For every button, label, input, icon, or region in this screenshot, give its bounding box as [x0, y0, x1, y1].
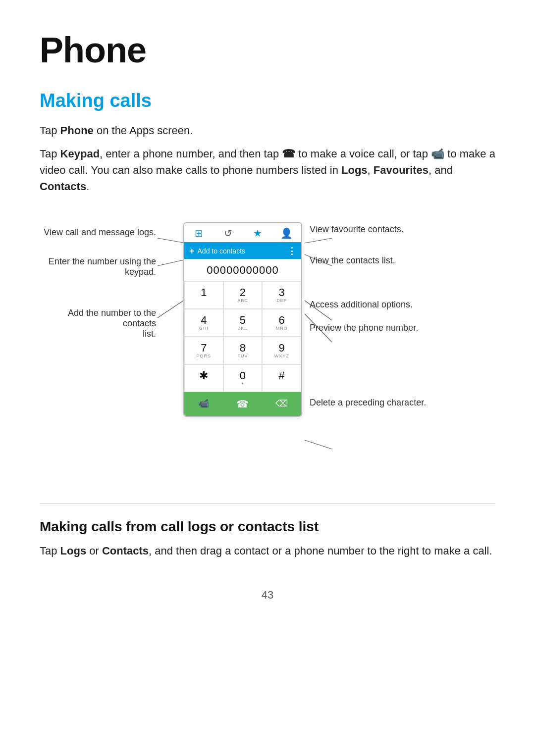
key-star[interactable]: ✱	[184, 364, 223, 392]
phone-mockup: ⊞ ↺ ★ 👤 + Add to contacts ⋮ 00000000000 …	[183, 222, 302, 417]
para-from-logs: Tap Logs or Contacts, and then drag a co…	[40, 543, 495, 559]
add-contacts-label: Add to contacts	[198, 247, 246, 255]
para-1: Tap Phone on the Apps screen.	[40, 122, 495, 139]
key-3[interactable]: 3DEF	[262, 281, 301, 309]
diagram-area: View call and message logs. Enter the nu…	[40, 212, 495, 480]
label-preview-number: Preview the phone number.	[310, 323, 493, 333]
options-dots[interactable]: ⋮	[287, 246, 296, 256]
add-contacts-bar[interactable]: + Add to contacts ⋮	[184, 243, 301, 259]
page-title: Phone	[40, 30, 495, 70]
delete-button[interactable]: ⌫	[262, 392, 301, 416]
label-delete-char: Delete a preceding character.	[310, 398, 493, 408]
label-add-contacts: Add the number to the contactslist.	[40, 308, 156, 339]
svg-line-0	[158, 238, 186, 243]
video-call-button[interactable]: 📹	[184, 392, 223, 416]
label-additional-options: Access additional options.	[310, 300, 493, 310]
number-display: 00000000000	[184, 259, 301, 281]
tab-contacts[interactable]: 👤	[272, 223, 301, 242]
key-7[interactable]: 7PQRS	[184, 337, 223, 364]
label-view-logs: View call and message logs.	[40, 227, 156, 238]
subsection-title-from-logs: Making calls from call logs or contacts …	[40, 519, 495, 535]
key-6[interactable]: 6MNO	[262, 309, 301, 337]
plus-icon: +	[189, 246, 195, 256]
key-8[interactable]: 8TUV	[223, 337, 263, 364]
key-2[interactable]: 2ABC	[223, 281, 263, 309]
label-enter-number: Enter the number using thekeypad.	[40, 256, 156, 277]
tab-logs[interactable]: ↺	[214, 223, 243, 242]
tab-bar: ⊞ ↺ ★ 👤	[184, 223, 301, 243]
voice-call-button[interactable]: ☎	[223, 392, 263, 416]
action-row: 📹 ☎ ⌫	[184, 392, 301, 416]
key-hash[interactable]: #	[262, 364, 301, 392]
bold-phone: Phone	[60, 124, 94, 137]
tab-favourites[interactable]: ★	[243, 223, 272, 242]
key-0[interactable]: 0+	[223, 364, 263, 392]
label-view-favourites: View favourite contacts.	[310, 224, 493, 235]
key-9[interactable]: 9WXYZ	[262, 337, 301, 364]
tab-keypad[interactable]: ⊞	[184, 223, 214, 242]
svg-line-2	[158, 299, 186, 318]
key-1[interactable]: 1	[184, 281, 223, 309]
key-4[interactable]: 4GHI	[184, 309, 223, 337]
svg-line-1	[158, 259, 186, 266]
page-number: 43	[40, 589, 495, 602]
para-2: Tap Keypad, enter a phone number, and th…	[40, 146, 495, 195]
section-title-making-calls: Making calls	[40, 90, 495, 111]
svg-line-7	[305, 440, 332, 449]
label-view-contacts: View the contacts list.	[310, 255, 493, 266]
key-5[interactable]: 5JKL	[223, 309, 263, 337]
section-divider	[40, 504, 495, 504]
keypad-grid: 1 2ABC 3DEF 4GHI 5JKL 6MNO 7PQRS 8TUV 9W…	[184, 281, 301, 392]
